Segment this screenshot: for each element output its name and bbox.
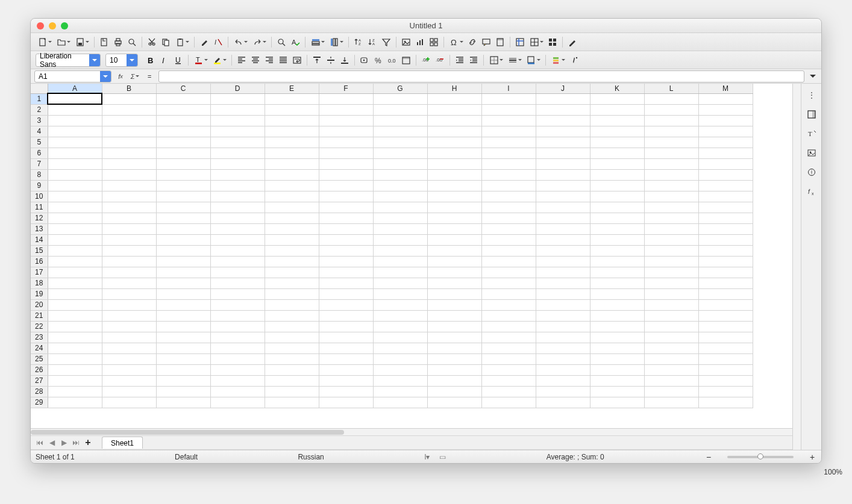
cell[interactable] xyxy=(210,321,265,332)
cell[interactable] xyxy=(698,234,753,245)
h-scroll-thumb[interactable] xyxy=(31,430,344,435)
find-button[interactable] xyxy=(275,35,288,49)
row-header[interactable]: 5 xyxy=(31,137,48,148)
select-all-corner[interactable] xyxy=(31,84,48,93)
cell[interactable] xyxy=(265,375,319,386)
cell[interactable] xyxy=(698,191,753,202)
cell[interactable] xyxy=(48,234,102,245)
cell[interactable] xyxy=(265,343,319,353)
formula-expand-button[interactable] xyxy=(808,75,818,78)
cell[interactable] xyxy=(156,191,210,202)
cell[interactable] xyxy=(590,386,644,397)
cell[interactable] xyxy=(210,332,265,343)
align-justify-button[interactable] xyxy=(277,53,290,67)
cell[interactable] xyxy=(427,310,481,321)
cell[interactable] xyxy=(427,245,481,256)
cell[interactable] xyxy=(102,126,156,137)
cell[interactable] xyxy=(102,223,156,234)
row-header[interactable]: 1 xyxy=(31,93,48,104)
cell[interactable] xyxy=(102,299,156,310)
cell[interactable] xyxy=(644,343,698,353)
cell[interactable] xyxy=(644,104,698,115)
row-header[interactable]: 10 xyxy=(31,191,48,202)
cell[interactable] xyxy=(319,169,373,180)
cell[interactable] xyxy=(156,137,210,148)
cell[interactable] xyxy=(427,364,481,375)
save-button[interactable] xyxy=(73,35,91,49)
row-header[interactable]: 2 xyxy=(31,104,48,115)
cell[interactable] xyxy=(590,223,644,234)
cell[interactable] xyxy=(373,256,427,267)
cell[interactable] xyxy=(102,137,156,148)
cell[interactable] xyxy=(373,386,427,397)
cell[interactable] xyxy=(319,191,373,202)
row-ops-button[interactable] xyxy=(309,35,327,49)
cell[interactable] xyxy=(102,288,156,299)
cell[interactable] xyxy=(102,148,156,158)
cell[interactable] xyxy=(698,180,753,191)
cell[interactable] xyxy=(102,104,156,115)
cell[interactable] xyxy=(481,353,536,364)
cell[interactable] xyxy=(265,180,319,191)
last-sheet-button[interactable]: ⏭ xyxy=(70,437,81,448)
cell[interactable] xyxy=(536,278,590,288)
row-header[interactable]: 19 xyxy=(31,288,48,299)
cell[interactable] xyxy=(698,278,753,288)
font-size-combo[interactable]: 10 xyxy=(105,54,138,67)
align-center-button[interactable] xyxy=(249,53,262,67)
sheet-tab-active[interactable]: Sheet1 xyxy=(102,437,143,449)
cell[interactable] xyxy=(48,299,102,310)
cell[interactable] xyxy=(373,332,427,343)
cell[interactable] xyxy=(481,202,536,213)
cell[interactable] xyxy=(373,93,427,104)
cell[interactable] xyxy=(698,213,753,223)
cell[interactable] xyxy=(536,169,590,180)
cell[interactable] xyxy=(698,202,753,213)
cell[interactable] xyxy=(265,278,319,288)
currency-button[interactable] xyxy=(358,53,371,67)
spellcheck-button[interactable]: A xyxy=(289,35,302,49)
cell[interactable] xyxy=(590,397,644,408)
row-header[interactable]: 11 xyxy=(31,202,48,213)
cell[interactable] xyxy=(156,213,210,223)
cell[interactable] xyxy=(48,321,102,332)
cell[interactable] xyxy=(590,364,644,375)
cell[interactable] xyxy=(427,169,481,180)
cell[interactable] xyxy=(156,288,210,299)
cell[interactable] xyxy=(265,234,319,245)
cell[interactable] xyxy=(48,397,102,408)
cell[interactable] xyxy=(590,158,644,169)
cell[interactable] xyxy=(210,180,265,191)
cell[interactable] xyxy=(48,169,102,180)
row-header[interactable]: 16 xyxy=(31,256,48,267)
insert-mode-icon[interactable]: I▾ xyxy=(424,453,430,461)
cell[interactable] xyxy=(481,343,536,353)
undo-button[interactable] xyxy=(231,35,249,49)
cell[interactable] xyxy=(590,169,644,180)
cell[interactable] xyxy=(590,191,644,202)
cell[interactable] xyxy=(102,180,156,191)
cell[interactable] xyxy=(48,93,102,104)
cell[interactable] xyxy=(48,375,102,386)
cell[interactable] xyxy=(698,137,753,148)
sort-asc-button[interactable]: AZ xyxy=(352,35,365,49)
open-button[interactable] xyxy=(54,35,72,49)
cell[interactable] xyxy=(48,148,102,158)
cell[interactable] xyxy=(536,353,590,364)
cell[interactable] xyxy=(481,278,536,288)
column-header[interactable]: L xyxy=(644,84,698,93)
cell[interactable] xyxy=(698,364,753,375)
cell[interactable] xyxy=(319,223,373,234)
cell[interactable] xyxy=(210,93,265,104)
cell[interactable] xyxy=(373,343,427,353)
special-char-button[interactable]: Ω xyxy=(447,35,465,49)
hyperlink-button[interactable] xyxy=(466,35,479,49)
cell[interactable] xyxy=(319,332,373,343)
cell[interactable] xyxy=(481,191,536,202)
cell[interactable] xyxy=(698,148,753,158)
cell[interactable] xyxy=(536,137,590,148)
cell[interactable] xyxy=(590,213,644,223)
cell[interactable] xyxy=(536,223,590,234)
cell[interactable] xyxy=(210,223,265,234)
cell[interactable] xyxy=(319,321,373,332)
